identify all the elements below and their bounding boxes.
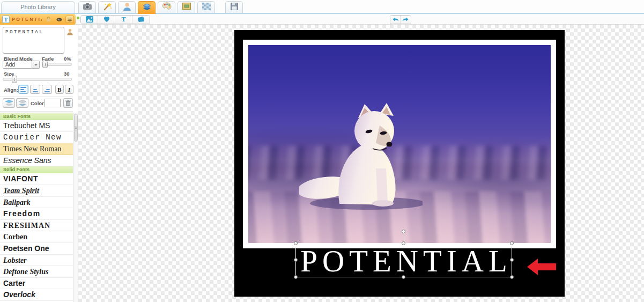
scrollbar-thumb[interactable]: [74, 114, 78, 142]
font-name-label: Essence Sans: [3, 156, 51, 165]
align-right-icon: [44, 87, 50, 92]
text-content-input[interactable]: POTENTIAL: [3, 27, 64, 54]
font-name-label: Ballpark: [3, 198, 31, 207]
blend-mode-select[interactable]: Add: [3, 61, 32, 69]
font-list-row[interactable]: Lobster: [0, 255, 73, 267]
bold-button[interactable]: B: [55, 85, 64, 94]
trash-icon: [65, 100, 71, 106]
align-center-button[interactable]: [30, 85, 40, 94]
resize-handle-mid-right[interactable]: [510, 258, 514, 262]
font-list-row[interactable]: Essence Sans: [0, 155, 73, 167]
resize-handle-top-left[interactable]: [294, 241, 298, 245]
texture-icon: [202, 3, 211, 12]
font-list-row[interactable]: Times New Roman: [0, 143, 73, 155]
text-layer-type-badge: T: [2, 16, 10, 23]
align-left-button[interactable]: [18, 85, 28, 94]
canvas[interactable]: POTENTIAL: [234, 30, 565, 297]
add-overlay-button[interactable]: [98, 16, 115, 24]
bold-icon: B: [57, 86, 61, 93]
tab-camera[interactable]: [78, 1, 96, 13]
send-backward-button[interactable]: [16, 98, 28, 108]
add-photo-button[interactable]: [81, 16, 98, 24]
chevron-down-icon: [34, 64, 38, 66]
layer-name-label: POTENTIAL: [12, 17, 42, 22]
font-list-row[interactable]: Freedom: [0, 208, 73, 220]
color-swatch[interactable]: [45, 99, 61, 107]
font-name-label: Freedom: [3, 209, 41, 218]
main-tab-strip: [78, 1, 243, 14]
font-name-label: Deftone Stylus: [3, 268, 48, 276]
font-list-row[interactable]: Basic Fonts: [0, 113, 73, 120]
size-slider[interactable]: [3, 78, 72, 81]
photo-library-tab[interactable]: Photo Library: [1, 1, 75, 13]
font-list-row[interactable]: Trebuchet MS: [0, 120, 73, 132]
fox-photo-layer[interactable]: [248, 45, 551, 243]
font-list-row[interactable]: Poetsen One: [0, 243, 73, 255]
redo-button[interactable]: [401, 16, 411, 24]
font-list-row[interactable]: Ballpark: [0, 197, 73, 209]
bring-forward-button[interactable]: [3, 98, 15, 108]
font-list-row[interactable]: FRESHMAN: [0, 220, 73, 232]
rotation-handle[interactable]: [402, 230, 405, 233]
font-list-row[interactable]: Deftone Stylus: [0, 266, 73, 278]
size-slider-handle[interactable]: [12, 76, 17, 83]
font-list-row[interactable]: Corben: [0, 231, 73, 243]
object-toolbar: T: [80, 15, 150, 24]
add-text-button[interactable]: T: [115, 16, 132, 24]
font-list-row[interactable]: Solid Fonts: [0, 166, 73, 173]
photo-icon: [86, 15, 93, 24]
tab-frames[interactable]: [177, 1, 195, 13]
text-tool-panel: POTENTIAL Blend Mode Fade 0% Add Size 30…: [0, 25, 78, 302]
font-list-scrollbar[interactable]: [73, 113, 78, 302]
layer-stack-button[interactable]: [65, 16, 74, 23]
tab-save[interactable]: [225, 1, 243, 13]
fade-slider-handle[interactable]: [42, 61, 48, 68]
layers-icon: [142, 3, 152, 13]
font-name-label: Team Spirit: [3, 187, 39, 195]
tab-touch-up[interactable]: [118, 1, 136, 13]
font-list-row[interactable]: Carter: [0, 278, 73, 290]
resize-handle-mid-left[interactable]: [294, 258, 298, 262]
tab-layers[interactable]: [138, 1, 156, 14]
collage-icon: [137, 15, 145, 24]
undo-button[interactable]: [390, 16, 401, 24]
resize-handle-top-right[interactable]: [510, 241, 514, 245]
layer-add-nub: [77, 17, 79, 19]
font-list-row[interactable]: Courier New: [0, 132, 73, 144]
active-layer-tab[interactable]: T POTENTIAL: [0, 14, 76, 25]
delete-layer-button[interactable]: [63, 98, 73, 108]
font-name-label: Times New Roman: [3, 145, 61, 153]
color-label: Color:: [31, 100, 46, 106]
add-frame-button[interactable]: [132, 16, 150, 24]
text-selection-box[interactable]: POTENTIAL: [295, 243, 512, 277]
visibility-eye-icon[interactable]: [55, 16, 63, 23]
red-annotation-arrow: [527, 259, 556, 277]
font-list-row[interactable]: Team Spirit: [0, 185, 73, 197]
font-list-row[interactable]: Overlock: [0, 289, 73, 301]
resize-handle-bottom-right[interactable]: [510, 275, 514, 279]
fade-value: 0%: [64, 56, 71, 62]
tab-edit-wand[interactable]: [98, 1, 116, 13]
redo-icon: [402, 15, 409, 24]
italic-button[interactable]: I: [65, 85, 73, 94]
font-name-label: Trebuchet MS: [3, 121, 50, 130]
fade-slider[interactable]: [42, 63, 72, 66]
canvas-text-overlay[interactable]: POTENTIAL: [295, 246, 512, 276]
resize-handle-bottom-center[interactable]: [402, 275, 405, 279]
font-name-label: Carter: [3, 279, 25, 288]
resize-handle-top-center[interactable]: [402, 241, 405, 245]
camera-icon: [83, 2, 92, 12]
font-list-row[interactable]: VIAFONT: [0, 173, 73, 185]
text-tool-icon: T: [121, 16, 125, 24]
font-name-label: Courier New: [3, 133, 62, 142]
tab-textures[interactable]: [197, 1, 215, 13]
lock-icon[interactable]: [44, 16, 53, 23]
blend-mode-dropdown-button[interactable]: [32, 61, 40, 69]
align-right-button[interactable]: [42, 85, 52, 94]
save-icon: [230, 2, 239, 13]
undo-icon: [392, 15, 399, 24]
palette-icon: [162, 2, 172, 13]
profile-person-icon[interactable]: [66, 28, 73, 38]
tab-effects[interactable]: [158, 1, 175, 13]
resize-handle-bottom-left[interactable]: [294, 275, 298, 279]
